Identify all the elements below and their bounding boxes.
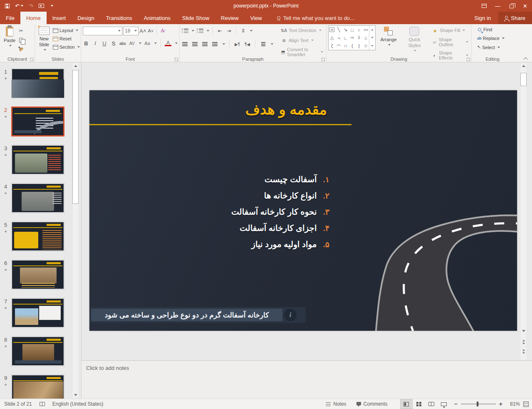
shape-elbow-icon[interactable]: ¬: [337, 35, 340, 40]
slide-1-thumbnail[interactable]: [11, 68, 64, 98]
shape-textbox-icon[interactable]: A: [329, 27, 334, 32]
ribbon-display-options-button[interactable]: [477, 0, 491, 12]
tab-review[interactable]: Review: [215, 12, 245, 24]
slide-editing-area[interactable]: مقدمه و هدف ۱.آسفالت چیست ۲.انواع کارخان…: [89, 90, 517, 331]
shape-freeform-icon[interactable]: ζ: [331, 43, 333, 48]
shapes-scroll-down[interactable]: [369, 34, 375, 42]
shapes-gallery[interactable]: A ╲ ↘ □ ○ ▭ △ ¬ ∟ ⇨ ⇩ ⌂ ζ ◠ ∩ { }: [328, 25, 376, 50]
shapes-gallery-more[interactable]: [369, 42, 375, 50]
start-from-beginning-button[interactable]: [39, 4, 44, 8]
scrollbar-thumb[interactable]: [520, 73, 527, 86]
character-spacing-button[interactable]: AV: [129, 40, 135, 47]
rtl-direction-button[interactable]: ¶◀: [244, 41, 251, 47]
paste-button[interactable]: Paste: [2, 25, 17, 52]
shape-right-arrow-icon[interactable]: ⇨: [350, 35, 354, 40]
font-name-combobox[interactable]: [83, 27, 122, 35]
new-slide-button[interactable]: New Slide: [37, 25, 52, 52]
close-button[interactable]: ✕: [518, 0, 532, 12]
slide-title[interactable]: مقدمه و هدف: [220, 101, 353, 118]
language-indicator[interactable]: English (United States): [52, 401, 104, 407]
slide-4-thumbnail[interactable]: [11, 183, 64, 213]
shape-star-icon[interactable]: ☆: [364, 43, 368, 49]
restore-button[interactable]: [505, 0, 518, 12]
columns-button[interactable]: [260, 41, 267, 47]
next-slide-button[interactable]: [521, 348, 527, 355]
shape-rounded-rect-icon[interactable]: ▭: [364, 27, 368, 32]
convert-smartart-button[interactable]: ⬒Convert to SmartArt: [279, 46, 324, 58]
shape-brace-right-icon[interactable]: }: [358, 43, 360, 48]
shape-oval-icon[interactable]: ○: [358, 27, 361, 32]
spellcheck-icon[interactable]: [40, 402, 45, 406]
arrange-button[interactable]: Arrange: [378, 25, 398, 61]
collapse-ribbon-button[interactable]: [524, 57, 528, 60]
section-button[interactable]: Section: [52, 44, 81, 50]
slide-counter[interactable]: Slide 2 of 21: [4, 401, 32, 407]
align-center-button[interactable]: [191, 41, 198, 47]
numbering-button[interactable]: [196, 27, 203, 34]
quick-styles-button[interactable]: Quick Styles: [401, 25, 428, 61]
zoom-slider[interactable]: [461, 404, 496, 404]
cut-button[interactable]: ✂: [17, 27, 25, 34]
bullets-button[interactable]: [181, 27, 188, 34]
strikethrough-button[interactable]: abc: [119, 40, 126, 47]
thumbnail-scrollbar[interactable]: [72, 62, 79, 399]
undo-button[interactable]: ↶: [15, 3, 23, 9]
slide-3-thumbnail[interactable]: [11, 145, 64, 175]
slide-6-thumbnail[interactable]: [11, 260, 64, 290]
notes-pane[interactable]: Click to add notes: [82, 360, 532, 399]
change-case-button[interactable]: Aa: [144, 40, 151, 47]
comments-toggle-button[interactable]: Comments: [351, 399, 393, 409]
shape-outline-button[interactable]: ▱Shape Outline: [430, 36, 470, 48]
increase-indent-button[interactable]: ⇥: [225, 27, 233, 34]
slide-7-thumbnail[interactable]: [11, 298, 64, 328]
bold-button[interactable]: B: [83, 40, 89, 47]
scroll-down-button[interactable]: [520, 328, 527, 334]
drawing-dialog-launcher[interactable]: [466, 57, 470, 61]
scroll-down-button[interactable]: [72, 392, 79, 398]
line-spacing-button[interactable]: ⇕: [240, 27, 247, 34]
tab-animations[interactable]: Animations: [138, 12, 176, 24]
reset-button[interactable]: Reset: [52, 35, 81, 42]
notes-toggle-button[interactable]: Notes: [321, 399, 351, 409]
shape-line-icon[interactable]: ╲: [337, 27, 340, 32]
shape-down-arrow-icon[interactable]: ⇩: [357, 35, 361, 40]
align-text-button[interactable]: ⊜Align Text: [279, 36, 324, 45]
increase-font-size-button[interactable]: A˄: [139, 27, 146, 34]
shape-triangle-icon[interactable]: △: [330, 35, 334, 40]
fit-slide-to-window-button[interactable]: [523, 402, 529, 407]
zoom-out-button[interactable]: −: [454, 401, 458, 407]
scroll-up-button[interactable]: [520, 63, 527, 69]
tab-slideshow[interactable]: Slide Show: [176, 12, 215, 24]
shape-fill-button[interactable]: ◈Shape Fill: [430, 26, 470, 35]
zoom-percentage[interactable]: 81%: [507, 401, 523, 407]
zoom-in-button[interactable]: +: [499, 401, 502, 407]
footer-callout[interactable]: کارخانه آسفالت گرم در دو نوع طراحی و ساخ…: [89, 307, 306, 323]
clipboard-dialog-launcher[interactable]: [30, 57, 33, 61]
shape-brace-left-icon[interactable]: {: [351, 43, 353, 48]
replace-button[interactable]: abReplace: [476, 35, 512, 42]
layout-button[interactable]: Layout: [52, 27, 81, 34]
shape-arrow-icon[interactable]: ↘: [344, 27, 347, 32]
share-button[interactable]: Share: [498, 12, 532, 24]
ltr-direction-button[interactable]: ▶¶: [234, 41, 241, 47]
shape-arc-icon[interactable]: ◠: [337, 43, 341, 49]
scrollbar-thumb[interactable]: [72, 70, 79, 204]
slide-8-thumbnail[interactable]: [11, 336, 64, 366]
redo-button[interactable]: ↷: [29, 3, 33, 9]
find-button[interactable]: Find: [476, 26, 512, 33]
underline-button[interactable]: U: [101, 40, 108, 47]
tab-file[interactable]: File: [0, 12, 20, 24]
text-direction-button[interactable]: ⇅AText Direction: [279, 26, 324, 35]
slide-scrollbar[interactable]: [520, 62, 527, 360]
italic-button[interactable]: I: [92, 40, 99, 47]
shape-home-icon[interactable]: ⌂: [364, 35, 367, 40]
align-left-button[interactable]: [181, 41, 188, 47]
shapes-scroll-up[interactable]: [369, 26, 375, 34]
font-color-button[interactable]: A: [165, 40, 171, 46]
sign-in-button[interactable]: Sign in: [467, 12, 499, 24]
slideshow-view-button[interactable]: [438, 399, 450, 409]
customize-qat-button[interactable]: [49, 5, 53, 7]
minimize-button[interactable]: —: [491, 0, 505, 12]
shape-elbow-arrow-icon[interactable]: ∟: [343, 35, 348, 40]
paragraph-dialog-launcher[interactable]: [321, 57, 325, 61]
